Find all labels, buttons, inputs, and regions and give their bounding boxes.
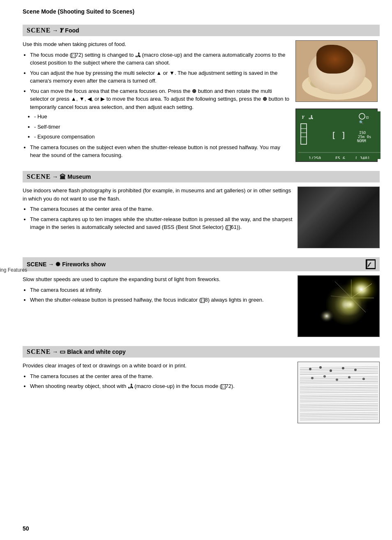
svg-rect-35 [360,203,363,248]
svg-rect-36 [298,232,379,248]
food-title-label: Food [65,27,79,34]
fireworks-arrow-icon: → [48,261,54,268]
museum-mode-icon: 🏛 [60,173,66,180]
food-arrow-icon: → [52,27,58,34]
svg-line-47 [335,282,351,298]
sidebar-label-text: Shooting Features [0,267,27,273]
sidebar-label: Shooting Features [0,267,27,273]
museum-scene-word: SCENE [27,173,51,180]
svg-line-48 [331,296,351,298]
page-number: 50 [23,525,29,532]
fireworks-section: SCENE → ✺ Fireworks show 𝒻 Slow shutter … [23,257,380,337]
svg-text:[ 340]: [ 340] [355,156,370,159]
museum-section: SCENE → 🏛 Museum Use indoors where flash… [23,171,380,248]
bwcopy-bullet-list: The camera focuses at the center area of… [30,372,293,390]
svg-point-82 [319,366,322,369]
bwcopy-intro: Provides clear images of text or drawing… [23,362,293,370]
food-bullet-2: You can adjust the hue by pressing the m… [30,69,291,85]
museum-title-label: Museum [67,173,91,180]
svg-point-83 [330,369,332,372]
food-mode-icon: 𝒀̈ [60,27,63,34]
svg-point-90 [362,378,365,380]
svg-line-45 [351,298,366,312]
fireworks-section-body: Slow shutter speeds are used to capture … [23,275,380,337]
museum-bullet-1: The camera focuses at the center area of… [30,205,293,213]
svg-text:F5.6: F5.6 [335,156,345,159]
food-bullet-3: You can move the focus area that the cam… [30,87,291,141]
bwcopy-bullet-1: The camera focuses at the center area of… [30,372,293,381]
svg-text:ISO: ISO [359,131,366,135]
fireworks-photo [297,275,380,337]
page-header-text: Scene Mode (Shooting Suited to Scenes) [23,8,134,15]
svg-text:🏞: 🏞 [309,115,313,120]
svg-text:25m 0s: 25m 0s [358,135,371,139]
fireworks-mode-icon: ✺ [55,261,60,268]
svg-point-89 [348,376,350,378]
fireworks-section-title: SCENE → ✺ Fireworks show 𝒻 [23,257,380,271]
svg-line-43 [351,284,372,298]
food-bullet-1: The focus mode (□72) setting is changed … [30,51,291,67]
svg-point-88 [336,378,338,381]
museum-intro: Use indoors where flash photography is p… [23,187,293,203]
svg-text:1/250: 1/250 [309,156,321,159]
svg-rect-37 [298,187,379,248]
svg-point-4 [321,51,349,74]
bwcopy-title-label: Black and white copy [67,348,125,355]
food-bullet-4: The camera focuses on the subject even w… [30,143,291,159]
food-scene-word: SCENE [27,27,51,34]
museum-section-body: Use indoors where flash photography is p… [23,187,380,248]
bwcopy-photo-svg [298,362,379,423]
bwcopy-scene-word: SCENE [27,348,51,355]
svg-rect-34 [339,195,344,248]
svg-point-87 [323,375,326,378]
fireworks-bullet-2: When the shutter-release button is press… [30,296,293,304]
bwcopy-section: SCENE → ▭ Black and white copy Provides … [23,346,380,423]
svg-point-3 [314,53,351,81]
food-section: SCENE → 𝒀̈ Food Use this mode when takin… [23,25,380,162]
bwcopy-bullet-2: When shooting nearby object, shoot with … [30,382,293,390]
food-lcd-display: 𝒀̈ 🏞 ⊡ 🔍 [ ] ISO [295,108,378,162]
food-text: Use this mode when taking pictures of fo… [23,40,291,162]
food-sub-list: Hue Self-timer Exposure compensation [34,113,291,141]
food-section-body: Use this mode when taking pictures of fo… [23,40,380,162]
tripod-svg: 𝒻 [367,260,375,269]
food-images: 𝒀̈ 🏞 ⊡ 🔍 [ ] ISO [295,40,380,162]
museum-text: Use indoors where flash photography is p… [23,187,293,248]
svg-rect-28 [298,187,379,248]
food-section-title: SCENE → 𝒀̈ Food [23,25,380,36]
page-header: Scene Mode (Shooting Suited to Scenes) [23,8,380,17]
museum-bullet-2: The camera captures up to ten images whi… [30,215,293,231]
bwcopy-mode-icon: ▭ [60,348,65,355]
svg-point-2 [308,71,349,88]
fireworks-bullet-list: The camera focuses at infinity. When the… [30,286,293,304]
bwcopy-arrow-icon: → [52,348,58,355]
svg-point-31 [347,195,364,211]
food-photo-svg [296,40,377,102]
svg-text:[ ]: [ ] [331,130,346,140]
food-sub-exposure: Exposure compensation [34,133,291,141]
fireworks-text: Slow shutter speeds are used to capture … [23,275,293,337]
svg-point-85 [354,369,357,371]
museum-photo-svg [298,187,379,248]
food-sub-hue: Hue [34,113,291,121]
svg-point-7 [337,75,362,88]
bwcopy-section-body: Provides clear images of text or drawing… [23,362,380,423]
bwcopy-section-title: SCENE → ▭ Black and white copy [23,346,380,358]
museum-photo [297,187,380,248]
svg-point-42 [310,294,351,331]
food-lcd-svg: 𝒀̈ 🏞 ⊡ 🔍 [ ] ISO [298,111,380,159]
museum-section-title: SCENE → 🏛 Museum [23,171,380,182]
fireworks-intro: Slow shutter speeds are used to capture … [23,275,293,284]
svg-point-8 [310,78,331,88]
svg-text:𝒻: 𝒻 [367,261,371,267]
food-photo [295,40,378,102]
fireworks-title-part: SCENE → ✺ Fireworks show [27,261,106,268]
svg-text:⊡: ⊡ [366,115,369,120]
svg-point-41 [318,275,379,327]
svg-text:NORM: NORM [357,139,366,143]
svg-point-30 [318,199,343,224]
tripod-icon: 𝒻 [366,259,376,269]
fireworks-photo-svg [298,275,379,337]
svg-rect-32 [306,199,312,248]
fireworks-scene-word: SCENE [27,261,46,268]
